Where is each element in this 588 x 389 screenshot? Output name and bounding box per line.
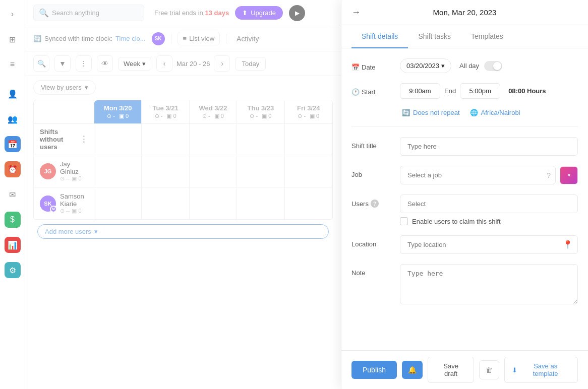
time-row: 9:00am End 5:00pm 08:00 Hours: [400, 83, 578, 99]
sidebar-clock-icon[interactable]: ⏰: [5, 161, 21, 177]
save-draft-button[interactable]: Save draft: [428, 357, 474, 383]
users-form-row: Users ? Enable users to claim this shift: [351, 194, 578, 225]
job-help-icon[interactable]: ?: [547, 171, 551, 179]
sidebar-calendar-icon[interactable]: 📅: [5, 136, 21, 152]
search-input[interactable]: [52, 9, 133, 17]
jay-fri-cell[interactable]: [285, 155, 332, 187]
sidebar-menu-icon[interactable]: ≡: [5, 56, 21, 73]
clock-icon: 🕐: [351, 88, 360, 96]
avatar-badge-samson: M: [50, 206, 57, 213]
sidebar-settings-icon[interactable]: ⚙: [5, 262, 21, 278]
search-box[interactable]: 🔍: [33, 5, 144, 21]
view-toggle-button[interactable]: 👁: [97, 55, 113, 72]
users-input[interactable]: [400, 194, 578, 213]
repeat-button[interactable]: 🔄 Does not repeat: [402, 109, 460, 116]
day-sub-fri: ⊙ -▣ 0: [291, 113, 326, 119]
add-more-users-button[interactable]: Add more users ▾: [37, 224, 329, 239]
samson-mon-cell[interactable]: [94, 187, 142, 220]
claim-shift-row: Enable users to claim this shift: [400, 217, 578, 225]
date-picker[interactable]: 03/20/2023 ▾: [400, 58, 451, 73]
users-row: Enable users to claim this shift: [400, 194, 578, 225]
samson-tue-cell[interactable]: [142, 187, 189, 220]
notification-button[interactable]: 🔔: [402, 361, 423, 379]
day-sub-mon: ⊙ -▣ 0: [100, 113, 135, 119]
play-button[interactable]: ▶: [289, 5, 305, 21]
delete-button[interactable]: 🗑: [479, 360, 499, 379]
tab-shift-tasks[interactable]: Shift tasks: [408, 25, 461, 48]
job-color-picker[interactable]: ▾: [560, 166, 578, 184]
job-input[interactable]: [400, 166, 556, 184]
shifts-tue-cell[interactable]: [142, 124, 189, 155]
start-time-input[interactable]: 9:00am: [400, 83, 440, 99]
more-button[interactable]: ⋮: [76, 55, 92, 72]
shifts-more-icon[interactable]: ⋮: [80, 135, 88, 144]
sidebar-dollar-icon[interactable]: $: [5, 212, 21, 228]
day-label-thu: Thu 3/23: [243, 104, 278, 112]
shifts-wed-cell[interactable]: [190, 124, 237, 155]
upgrade-button[interactable]: ⬆ Upgrade: [235, 6, 283, 20]
samson-fri-cell[interactable]: [285, 187, 332, 220]
day-label-mon: Mon 3/20: [100, 104, 135, 112]
day-label-wed: Wed 3/22: [196, 104, 230, 112]
week-select[interactable]: Week ▾: [118, 57, 151, 71]
shifts-section: Shifts without users ⋮: [34, 124, 94, 155]
panel-date: Mon, Mar 20, 2023: [433, 8, 497, 17]
save-template-button[interactable]: ⬇ Save as template: [504, 357, 578, 383]
shifts-thu-cell[interactable]: [237, 124, 284, 155]
location-input[interactable]: [400, 235, 578, 254]
sidebar-collapse-icon[interactable]: ›: [5, 6, 21, 22]
list-view-button[interactable]: ≡ List view: [178, 32, 220, 45]
end-time-input[interactable]: 5:00pm: [460, 83, 500, 99]
location-row: Location 📍: [351, 235, 578, 254]
chevron-down-icon3: ▾: [94, 228, 98, 235]
sidebar-report-icon[interactable]: 📊: [5, 237, 21, 253]
sync-link[interactable]: Time clo...: [115, 35, 145, 42]
samson-wed-cell[interactable]: [190, 187, 237, 220]
panel-header: → Mon, Mar 20, 2023: [341, 0, 588, 25]
sidebar-grid-icon[interactable]: ⊞: [5, 31, 21, 47]
user-meta-samson: ⊙ --▣ 0: [60, 208, 88, 214]
filter-button[interactable]: ▼: [54, 55, 71, 72]
jay-mon-cell[interactable]: [94, 155, 142, 187]
shift-title-row: Shift title: [351, 137, 578, 156]
date-range-nav: ‹ Mar 20 - 26 ›: [156, 55, 230, 72]
claim-shift-checkbox[interactable]: [400, 217, 408, 225]
repeat-row: 🔄 Does not repeat 🌐 Africa/Nairobi: [351, 109, 578, 116]
sidebar-mail-icon[interactable]: ✉: [5, 186, 21, 203]
sync-icon: 🔄: [33, 35, 41, 42]
today-button[interactable]: Today: [235, 57, 266, 71]
col-header-empty: [34, 100, 94, 124]
user-name-jay: Jay Giniuz: [60, 160, 88, 175]
note-input[interactable]: [400, 264, 578, 304]
user-meta-jay: ⊙ --▣ 0: [60, 175, 88, 182]
all-day-toggle[interactable]: [484, 61, 502, 71]
view-by-users-button[interactable]: View by users ▾: [33, 80, 96, 95]
jay-wed-cell[interactable]: [190, 155, 237, 187]
users-info-icon[interactable]: ?: [371, 200, 379, 208]
tab-templates[interactable]: Templates: [461, 25, 513, 48]
activity-tab[interactable]: Activity: [232, 32, 263, 45]
prev-week-button[interactable]: ‹: [156, 55, 172, 72]
jay-tue-cell[interactable]: [142, 155, 189, 187]
shift-title-input[interactable]: [400, 137, 578, 156]
job-input-wrap: ?: [400, 166, 556, 184]
sidebar-person-icon[interactable]: 👤: [5, 86, 21, 102]
col-header-thu: Thu 3/23 ⊙ -▣ 0: [237, 100, 284, 124]
sidebar-group-icon[interactable]: 👥: [5, 111, 21, 127]
sync-info: 🔄 Synced with time clock: Time clo...: [33, 35, 146, 42]
shifts-fri-cell[interactable]: [285, 124, 332, 155]
end-label: End: [444, 87, 456, 95]
download-icon: ⬇: [512, 366, 517, 374]
jay-thu-cell[interactable]: [237, 155, 284, 187]
timezone-button[interactable]: 🌐 Africa/Nairobi: [470, 109, 520, 116]
samson-thu-cell[interactable]: [237, 187, 284, 220]
day-sub-tue: ⊙ -▣ 0: [148, 113, 183, 119]
calendar-grid: Mon 3/20 ⊙ -▣ 0 Tue 3/21 ⊙ -▣ 0 Wed 3/22…: [33, 100, 333, 220]
publish-button[interactable]: Publish: [351, 361, 397, 379]
tab-shift-details[interactable]: Shift details: [351, 25, 408, 48]
location-controls: 📍: [400, 235, 578, 254]
search-cal-button[interactable]: 🔍: [33, 55, 49, 72]
next-week-button[interactable]: ›: [214, 55, 230, 72]
panel-back-button[interactable]: →: [351, 7, 361, 18]
shifts-mon-cell[interactable]: [94, 124, 142, 155]
